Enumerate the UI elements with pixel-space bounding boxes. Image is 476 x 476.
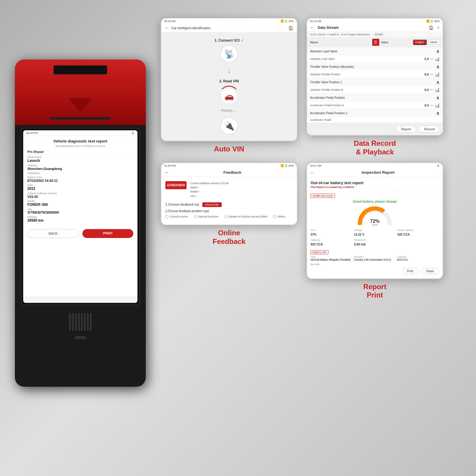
ds-section-0: Absolute Load Value∧ Absolute Load Value… (307, 47, 443, 63)
vin-step-2: 2. Read VIN 🚗 Reading...... (219, 79, 239, 112)
screen-report-content: Vehicle diagnostic test report SN:988652… (23, 136, 137, 297)
ds-section-4: Accelerator Pedal Position 2∧ Accelerato… (307, 109, 443, 123)
ir-header: ← Inspection Report (307, 168, 443, 177)
ir-battery: 🔋 (436, 164, 440, 167)
fb-info-row: EOBD/OBDII Current software version:V22.… (165, 181, 293, 198)
vin-spinner: 🚗 (219, 86, 239, 107)
ds-home-icon[interactable]: 🏠 (429, 25, 434, 30)
printer-slot (51, 117, 110, 120)
svg-text:72%: 72% (370, 219, 380, 224)
vin-status-bar: 06:16 AM 📶 🔋 42% (161, 18, 297, 24)
fb-header: ← Feedback (161, 168, 297, 177)
pre-repair-label: Pre-Repair (27, 150, 133, 154)
ir-good-text: Good battery, please charge (311, 200, 439, 203)
vin-home-icon[interactable]: 🏠 (288, 26, 293, 30)
auto-vin-panel-wrapper: 06:16 AM 📶 🔋 42% ← Car intelligent ident… (161, 18, 298, 156)
ds-filter-icon[interactable]: ☰ (372, 39, 379, 46)
report-sn: SN:9886520011119 07/12/2022 14:42:11 (27, 145, 133, 148)
ir-battery-grid: Type Normal battery (Regular Flooded) St… (311, 256, 439, 261)
ds-report-btn[interactable]: Report (396, 126, 416, 133)
fb-battery: 📶 🔋 82% (281, 164, 294, 167)
ir-health-tag: Health test result (311, 194, 335, 198)
ir-gauge-container: 72% SOH (311, 206, 439, 226)
ds-sections: Absolute Load Value∧ Absolute Load Value… (307, 47, 443, 123)
ir-body: Out-of-car battery test report The Repor… (307, 177, 443, 278)
ds-export-icon[interactable]: ↗ (436, 25, 440, 30)
ds-back-arrow[interactable]: ← (310, 25, 314, 30)
feedback-panel-wrapper: 01:20 PM 📶 🔋 82% ← Feedback EOBD/OBDII C… (161, 162, 298, 300)
ir-created-by: The Report is created by LAUNCH (311, 186, 439, 189)
screen-bezel: 02:44 PM 🔋 Vehicle diagnostic test repor… (21, 128, 140, 305)
ds-header: ← Data Stream 🏠 ↗ (307, 24, 443, 32)
ir-type: Type Normal battery (Regular Flooded) (311, 256, 353, 261)
ds-breadcrumb: AUDI V28.81 > Health R...it>01 Engine El… (307, 32, 443, 37)
ir-voltage: Voltage 12.22 V (354, 229, 396, 237)
vin-header-title: Car intelligent identification (171, 26, 210, 30)
ds-filter-row: Name ☰ Value English Metric (307, 37, 443, 47)
device-grip (69, 313, 92, 331)
fb-radio-others: Others (273, 215, 285, 218)
ds-bottom-buttons: Report Record (307, 123, 443, 135)
ir-capacity2: Capacity 620 CCA (397, 256, 439, 261)
ir-gauge-svg: 72% SOH (356, 206, 394, 226)
ir-share-btn[interactable]: Share (421, 268, 439, 274)
ds-title: Data Stream (318, 26, 339, 30)
fb-back-arrow[interactable]: ← (165, 170, 169, 175)
ds-time: 02:13 AM (310, 20, 321, 23)
fb-title: Feedback (223, 170, 241, 175)
ir-bottom-buttons: Print Share (311, 266, 439, 275)
ds-section-2: Throttle Valve Position 2∧ Absolute Thro… (307, 78, 443, 94)
launch-brand: LAUNCH (343, 186, 354, 189)
fb-radio-row: Consult or error Special functions Syste… (165, 215, 293, 218)
ir-status-bar: 10:17 AM 🔋 (307, 163, 443, 168)
ir-standard: Standard Country Cell Association (CCA) (354, 256, 396, 261)
ds-english-btn[interactable]: English (413, 40, 427, 45)
vin-step3-icon: 🔌 (224, 121, 234, 131)
vin-reading-text: Reading...... (221, 109, 237, 112)
panels-row-1: 06:16 AM 📶 🔋 42% ← Car intelligent ident… (161, 18, 464, 156)
ir-title: Inspection Report (362, 170, 395, 175)
feedback-label: OnlineFeedback (213, 229, 246, 246)
ir-back-arrow[interactable]: ← (311, 170, 315, 175)
fb-status-bar: 01:20 PM 📶 🔋 82% (161, 163, 297, 168)
screen-status-bar: 02:44 PM 🔋 (23, 130, 137, 136)
ir-battery-info-tag: Battery info (311, 250, 328, 254)
ir-time: 10:17 AM (310, 164, 321, 167)
fb-info-text: Current software version:V22.90 Make:-- … (190, 181, 228, 198)
vin-connect-icon-circle: 📡 (220, 45, 238, 63)
fb-badge: EOBD/OBDII (165, 181, 187, 189)
auto-vin-screen: 06:16 AM 📶 🔋 42% ← Car intelligent ident… (161, 18, 298, 141)
ir-print-btn[interactable]: Print (402, 268, 418, 274)
ir-barcode: Barcode - (311, 263, 439, 266)
auto-vin-label: Auto VIN (214, 145, 244, 154)
ir-resistance: Resistance 5.68 mΩ (354, 239, 396, 247)
panels-container: 06:16 AM 📶 🔋 42% ← Car intelligent ident… (161, 18, 464, 306)
screen-time: 02:44 PM (26, 131, 38, 134)
ds-section-3: Accelerator Pedal Position∧ Accelerator … (307, 94, 443, 109)
device-port (74, 336, 86, 339)
vin-down-arrow: ↓ (228, 68, 231, 74)
ir-capacity: Capacity 620 CCA (311, 239, 352, 247)
device-bottom (15, 308, 146, 380)
ds-record-btn[interactable]: Record (419, 126, 440, 133)
print-button[interactable]: PRINT (82, 229, 133, 238)
device-screen: 02:44 PM 🔋 Vehicle diagnostic test repor… (23, 130, 137, 303)
ir-data-grid: SOC 37% Voltage 12.22 V Actual capacity … (311, 229, 439, 247)
panels-row-2: 01:20 PM 📶 🔋 82% ← Feedback EOBD/OBDII C… (161, 162, 464, 300)
ir-soc: SOC 37% (311, 229, 352, 237)
fb-choose-file-btn[interactable]: Choose file (202, 202, 222, 207)
ir-actual-capacity: Actual capacity 525 CCA (397, 229, 439, 237)
report-print-label: ReportPrint (363, 283, 386, 300)
device: 02:44 PM 🔋 Vehicle diagnostic test repor… (9, 60, 152, 402)
fb-time: 01:20 PM (164, 164, 176, 167)
ds-metric-btn[interactable]: Metric (428, 40, 440, 45)
vin-car-icon: 🚗 (224, 92, 234, 101)
back-button[interactable]: BACK (27, 229, 79, 238)
vin-back-arrow[interactable]: ← (165, 26, 169, 30)
vin-step-3: 🔌 (220, 117, 238, 135)
fb-body: EOBD/OBDII Current software version:V22.… (161, 177, 297, 225)
screen-buttons: BACK PRINT (27, 227, 133, 238)
inspection-report-panel-wrapper: 10:17 AM 🔋 ← Inspection Report Out-of-ca… (306, 162, 443, 300)
data-stream-screen: 02:13 AM 📶 🔋 65% ← Data Stream 🏠 ↗ AUDI … (306, 18, 443, 136)
inspection-report-screen: 10:17 AM 🔋 ← Inspection Report Out-of-ca… (306, 162, 443, 279)
